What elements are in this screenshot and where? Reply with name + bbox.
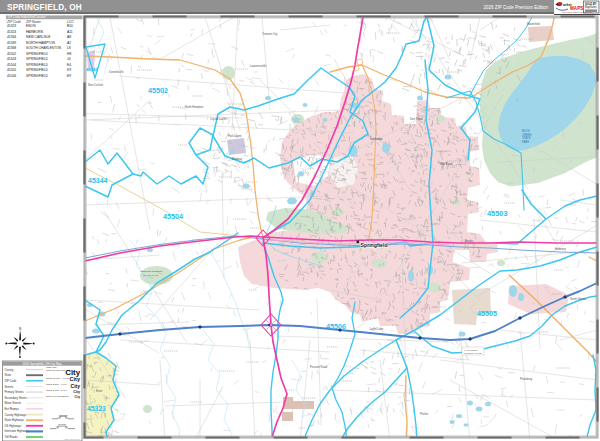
svg-text:Wall Maps That Mean Business: Wall Maps That Mean Business <box>562 11 594 13</box>
svg-text:Possum Road: Possum Road <box>310 365 327 369</box>
svg-text:A11: A11 <box>67 30 73 34</box>
svg-text:45349: 45349 <box>7 41 16 45</box>
svg-text:LOC: LOC <box>67 20 74 24</box>
svg-text:City: City <box>69 376 80 382</box>
svg-text:Map/Area: Map/Area <box>46 366 57 369</box>
svg-text:Donnelsville: Donnelsville <box>109 70 124 74</box>
svg-text:City: City <box>71 383 81 389</box>
svg-text:Leffel Lane: Leffel Lane <box>370 327 384 331</box>
svg-text:©2026 MarketMAPS: ©2026 MarketMAPS <box>64 438 81 440</box>
svg-text:45505: 45505 <box>477 309 497 318</box>
svg-text:City: City <box>73 390 80 394</box>
svg-text:45503: 45503 <box>487 209 508 218</box>
svg-text:SPRINGFIELD: SPRINGFIELD <box>26 52 49 56</box>
svg-text:Enon: Enon <box>96 389 103 393</box>
svg-text:Tremont City: Tremont City <box>262 32 278 36</box>
svg-text:Cities 999 and Below: Cities 999 and Below <box>46 395 69 398</box>
svg-text:Exit Ramps: Exit Ramps <box>5 407 20 411</box>
svg-text:ZIP Name: ZIP Name <box>25 20 41 24</box>
svg-text:Secondary Streets: Secondary Streets <box>5 396 29 400</box>
svg-text:Overpass: Overpass <box>58 423 66 425</box>
svg-text:US Highways: US Highways <box>5 424 22 428</box>
svg-text:SPRINGFIELD, OH: SPRINGFIELD, OH <box>7 3 82 12</box>
svg-text:45503: 45503 <box>7 57 16 61</box>
svg-text:City: City <box>75 395 81 399</box>
svg-text:45506: 45506 <box>7 74 16 78</box>
svg-text:J4: J4 <box>67 57 71 61</box>
svg-text:E9: E9 <box>67 74 71 78</box>
svg-text:Minor Streets: Minor Streets <box>5 401 22 405</box>
svg-text:45502: 45502 <box>7 52 16 56</box>
svg-text:NEW CARLISLE: NEW CARLISLE <box>26 35 51 39</box>
svg-text:Northridge: Northridge <box>370 137 383 141</box>
svg-text:Plattsburg: Plattsburg <box>520 377 533 381</box>
svg-text:LAKE CREST: LAKE CREST <box>464 349 478 351</box>
svg-text:ZIP Code Index/Grid Locator: ZIP Code Index/Grid Locator <box>8 15 46 19</box>
svg-text:South Vienna: South Vienna <box>570 297 587 301</box>
svg-text:PARK: PARK <box>522 140 530 144</box>
svg-text:Harmony: Harmony <box>555 247 567 251</box>
svg-text:Primary Streets: Primary Streets <box>5 390 25 394</box>
svg-text:45504: 45504 <box>163 212 183 221</box>
svg-text:ZIP Code: ZIP Code <box>5 379 17 383</box>
svg-text:Beatty: Beatty <box>465 239 473 243</box>
svg-text:45344: 45344 <box>7 35 16 39</box>
svg-text:Streets: Streets <box>5 385 14 389</box>
svg-text:N: N <box>19 327 21 331</box>
svg-text:SPRINGFIELD: SPRINGFIELD <box>26 74 49 78</box>
svg-text:Underpass: Underpass <box>59 414 68 416</box>
svg-text:SPRINGFIELD: SPRINGFIELD <box>26 57 49 61</box>
svg-text:NORTH HAMPTON: NORTH HAMPTON <box>26 41 56 45</box>
svg-text:ENON: ENON <box>26 24 36 28</box>
svg-text:Park Layne: Park Layne <box>228 134 242 138</box>
svg-text:45506: 45506 <box>326 322 346 331</box>
svg-text:Derr Road: Derr Road <box>410 117 423 121</box>
svg-text:Medway: Medway <box>232 157 243 161</box>
svg-text:45349: 45349 <box>86 67 98 72</box>
svg-text:Crystal Lakes: Crystal Lakes <box>210 117 227 121</box>
svg-text:Cities 10,000 - 49,999: Cities 10,000 - 49,999 <box>46 377 70 380</box>
svg-text:New Carlisle: New Carlisle <box>88 83 104 87</box>
svg-text:SPRINGFIELD: SPRINGFIELD <box>26 68 49 72</box>
svg-text:Interstate Highways: Interstate Highways <box>5 429 30 433</box>
svg-text:L8: L8 <box>67 46 71 50</box>
svg-text:45324: 45324 <box>7 30 16 34</box>
svg-text:FAIRBORN: FAIRBORN <box>26 30 43 34</box>
svg-text:45504: 45504 <box>7 63 16 67</box>
svg-text:North Hampton: North Hampton <box>185 105 204 109</box>
svg-text:Villa Road: Villa Road <box>440 162 453 166</box>
svg-text:MapSales: MapSales <box>585 5 597 9</box>
svg-text:Moorefield: Moorefield <box>527 22 540 26</box>
svg-text:Toll Roads: Toll Roads <box>5 435 19 439</box>
svg-text:M: M <box>558 2 562 7</box>
svg-text:A2: A2 <box>67 41 71 45</box>
svg-text:State: State <box>5 373 12 377</box>
svg-text:County: County <box>5 368 14 372</box>
svg-text:E4: E4 <box>67 63 71 67</box>
svg-text:45368: 45368 <box>7 46 16 50</box>
svg-text:45323: 45323 <box>7 24 16 28</box>
svg-text:Cities 2,500 - 9,999: Cities 2,500 - 9,999 <box>46 383 67 386</box>
svg-text:Springfield: Springfield <box>361 242 388 248</box>
svg-text:CLARK PARK: CLARK PARK <box>143 274 159 277</box>
svg-text:2026 ZIP Code Premium Edition: 2026 ZIP Code Premium Edition <box>484 5 549 10</box>
svg-text:State Highways: State Highways <box>5 418 25 422</box>
svg-text:45323: 45323 <box>87 405 106 412</box>
svg-text:SPRINGFIELD: SPRINGFIELD <box>26 63 49 67</box>
svg-text:45344: 45344 <box>88 177 108 184</box>
svg-text:K9: K9 <box>67 68 71 72</box>
svg-text:A8: A8 <box>67 35 71 39</box>
svg-text:Cities 1,000 - 2,499: Cities 1,000 - 2,499 <box>46 389 67 392</box>
svg-text:B10: B10 <box>67 24 73 28</box>
svg-text:SOUTH CHARLESTON: SOUTH CHARLESTON <box>26 46 62 50</box>
svg-text:45502: 45502 <box>148 86 168 95</box>
svg-text:Lawrenceville: Lawrenceville <box>250 64 267 68</box>
svg-text:County Highways: County Highways <box>5 413 27 417</box>
svg-text:Pitchin: Pitchin <box>420 412 429 416</box>
svg-text:COUNTRY CLUB: COUNTRY CLUB <box>464 352 482 354</box>
svg-text:45505: 45505 <box>7 68 16 72</box>
svg-text:H8: H8 <box>67 52 71 56</box>
svg-text:ZIP Code: ZIP Code <box>6 20 21 24</box>
